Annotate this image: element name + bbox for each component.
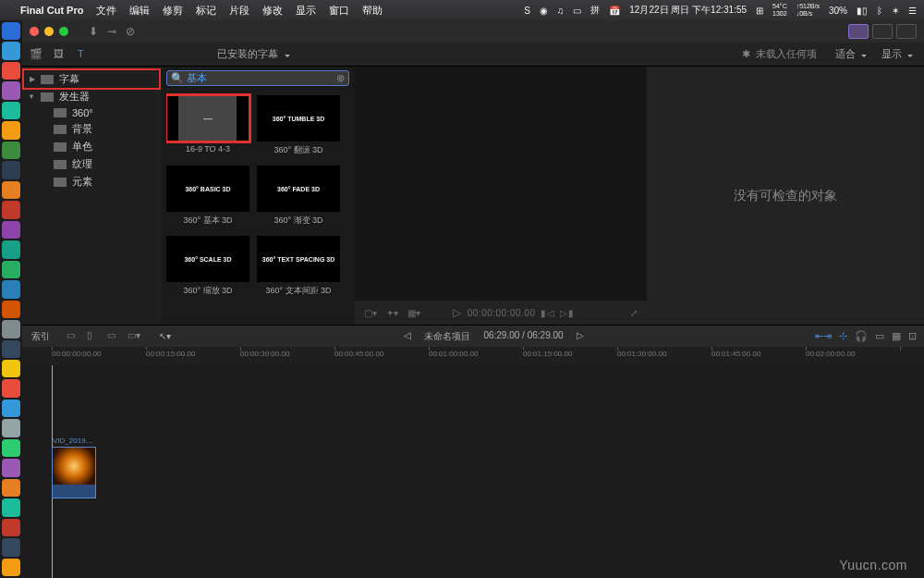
dock-app-4[interactable] <box>2 102 20 119</box>
disclosure-icon[interactable]: ▶ <box>30 75 35 83</box>
fit-dropdown[interactable]: 适合 <box>835 47 867 61</box>
dock-app-14[interactable] <box>2 301 20 318</box>
title-thumb[interactable]: 360° FADE 3D360° 渐变 3D <box>257 166 340 227</box>
menu-help[interactable]: 帮助 <box>362 4 383 18</box>
dock-app-18[interactable] <box>2 379 20 397</box>
sidebar-item-solids[interactable]: 单色 <box>22 138 161 155</box>
title-thumb[interactable]: 360° TEXT SPACING 3D360° 文本间距 3D <box>257 236 340 297</box>
dock-app-12[interactable] <box>2 261 20 278</box>
dock-app-6[interactable] <box>2 141 20 159</box>
menu-modify[interactable]: 修改 <box>262 4 283 18</box>
arrow-tool[interactable]: ↖▾ <box>150 331 180 341</box>
dock-app-2[interactable] <box>2 62 20 80</box>
sidebar-item-backgrounds[interactable]: 背景 <box>22 120 161 138</box>
step-back-icon[interactable]: ▮◁ <box>541 308 554 318</box>
sidebar-item-360[interactable]: 360° <box>22 105 161 120</box>
status-icon-globe[interactable]: ◉ <box>540 6 548 16</box>
viewer-tool-2[interactable]: ✦▾ <box>386 308 398 318</box>
dock-app-10[interactable] <box>2 221 20 239</box>
titles-dropdown[interactable]: 已安装的字幕 <box>161 47 346 61</box>
insert-clip-icon[interactable]: ▯ <box>87 330 102 343</box>
app-name[interactable]: Final Cut Pro <box>20 5 83 16</box>
dock-app-23[interactable] <box>2 479 20 497</box>
status-icon-display[interactable]: ▭ <box>573 6 581 16</box>
dock-app-5[interactable] <box>2 121 20 139</box>
status-icon-lang[interactable]: 拼 <box>590 4 600 17</box>
timeline-clip[interactable]: VID_2019… <box>52 447 96 498</box>
viewer-canvas[interactable] <box>355 67 647 301</box>
menu-window[interactable]: 窗口 <box>329 4 349 18</box>
dock-app-27[interactable] <box>2 559 20 576</box>
status-icon-cal[interactable]: 📅 <box>609 6 620 16</box>
status-icon-s[interactable]: S <box>524 6 530 16</box>
history-fwd-icon[interactable]: ▷ <box>577 330 584 343</box>
solo-icon[interactable]: ▭ <box>875 330 884 342</box>
audio-skim-icon[interactable]: 🎧 <box>855 330 868 342</box>
layout-btn-1[interactable] <box>848 24 869 39</box>
timeline-options-icon[interactable]: ⊡ <box>908 330 917 342</box>
title-thumb[interactable]: 360° BASIC 3D360° 基本 3D <box>166 166 249 227</box>
skim-icon[interactable]: ⊹ <box>839 330 847 342</box>
dock-app-3[interactable] <box>2 81 20 99</box>
menu-trim[interactable]: 修剪 <box>163 4 183 18</box>
titles-tab-icon[interactable]: T <box>78 48 92 61</box>
menu-file[interactable]: 文件 <box>96 4 116 18</box>
layout-btn-3[interactable] <box>896 24 917 39</box>
viewer-tool-1[interactable]: ▢▾ <box>364 308 377 318</box>
dock-app-16[interactable] <box>2 340 20 358</box>
dock-app-19[interactable] <box>2 400 20 417</box>
dock-app-9[interactable] <box>2 201 20 218</box>
title-thumb[interactable]: 360° SCALE 3D360° 缩放 3D <box>166 236 249 297</box>
search-input[interactable] <box>187 73 261 84</box>
dock-app-13[interactable] <box>2 280 20 298</box>
play-button[interactable]: ▷ <box>453 306 462 319</box>
dock-app-7[interactable] <box>2 161 20 178</box>
status-menu-icon[interactable]: ☰ <box>908 6 917 16</box>
dock-app-17[interactable] <box>2 360 20 377</box>
menu-clip[interactable]: 片段 <box>229 4 249 18</box>
sidebar-item-generators[interactable]: ▼ 发生器 <box>22 88 161 105</box>
connect-clip-icon[interactable]: ▭ <box>67 330 81 343</box>
history-back-icon[interactable]: ◁ <box>404 330 411 343</box>
menu-view[interactable]: 显示 <box>296 4 316 18</box>
append-clip-icon[interactable]: ▭ <box>107 330 122 343</box>
sidebar-item-elements[interactable]: 元素 <box>22 173 161 191</box>
viewer-tool-3[interactable]: ▦▾ <box>407 308 420 318</box>
dock-app-15[interactable] <box>2 320 20 338</box>
dock-app-0[interactable] <box>2 22 20 40</box>
key-icon[interactable]: ⊸ <box>107 25 116 38</box>
view-dropdown[interactable]: 显示 <box>881 47 913 61</box>
overwrite-clip-icon[interactable]: ▭▾ <box>128 330 142 343</box>
close-button[interactable] <box>30 27 39 36</box>
dock-app-20[interactable] <box>2 419 20 437</box>
dock-app-1[interactable] <box>2 42 20 59</box>
status-icon-music[interactable]: ♫ <box>557 6 565 16</box>
step-fwd-icon[interactable]: ▷▮ <box>560 308 574 318</box>
photos-tab-icon[interactable]: 🖼 <box>54 48 68 61</box>
index-button[interactable]: 索引 <box>22 330 59 343</box>
zoom-button[interactable] <box>59 27 68 36</box>
sidebar-item-textures[interactable]: 纹理 <box>22 155 161 173</box>
dock-app-21[interactable] <box>2 439 20 457</box>
dock-app-11[interactable] <box>2 240 20 258</box>
import-icon[interactable]: ⬇ <box>89 25 98 38</box>
dock-app-22[interactable] <box>2 459 20 476</box>
status-bluetooth-icon[interactable]: ᛒ <box>877 6 882 16</box>
status-battery[interactable]: 30% <box>829 6 847 16</box>
library-tab-icon[interactable]: 🎬 <box>30 48 44 61</box>
menu-mark[interactable]: 标记 <box>196 4 216 18</box>
dock-app-25[interactable] <box>2 519 20 536</box>
layout-btn-2[interactable] <box>872 24 893 39</box>
sidebar-item-titles[interactable]: ▶ 字幕 <box>22 68 161 90</box>
dock-app-26[interactable] <box>2 538 20 556</box>
status-wifi-icon[interactable]: ✶ <box>892 6 899 16</box>
search-field[interactable]: 🔍 ⊗ <box>166 70 349 86</box>
title-thumb[interactable]: ·····16-9 TO 4-3 <box>166 95 249 156</box>
dock-app-8[interactable] <box>2 181 20 199</box>
clear-search-icon[interactable]: ⊗ <box>336 72 345 84</box>
disclosure-icon[interactable]: ▼ <box>28 92 35 101</box>
clip-appearance-icon[interactable]: ▦ <box>892 330 901 342</box>
timeline[interactable]: 00:00:00:00.0000:00:15:00.0000:00:30:00.… <box>22 347 924 578</box>
minimize-button[interactable] <box>44 27 54 36</box>
fullscreen-icon[interactable]: ⤢ <box>630 308 638 318</box>
